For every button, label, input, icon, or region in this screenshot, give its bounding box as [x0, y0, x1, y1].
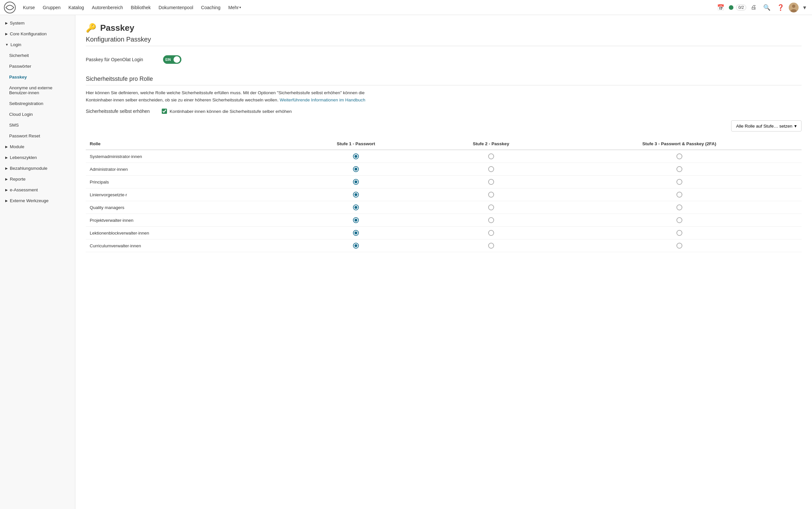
sidebar-item-selbst[interactable]: Selbstregistration: [0, 98, 75, 109]
radio-option[interactable]: [353, 204, 359, 210]
sidebar-item-passreset[interactable]: Passwort Reset: [0, 131, 75, 141]
radio-cell-s1[interactable]: [287, 150, 425, 163]
sidebar-group-externe[interactable]: ▶ Externe Werkzeuge: [0, 195, 75, 206]
nav-gruppen[interactable]: Gruppen: [40, 3, 64, 12]
arrow-icon: ▼: [5, 43, 8, 46]
search-icon[interactable]: 🔍: [761, 3, 772, 12]
nav-mehr[interactable]: Mehr▾: [225, 3, 244, 12]
radio-cell-s1[interactable]: [287, 176, 425, 189]
role-name: Systemadministrator·innen: [86, 150, 287, 163]
checkbox-wrap: Kontinhaber·innen können die Sicherheits…: [162, 109, 292, 114]
radio-option[interactable]: [488, 192, 494, 198]
arrow-icon: ▶: [5, 167, 8, 170]
radio-option[interactable]: [488, 243, 494, 249]
radio-option[interactable]: [677, 204, 682, 210]
sidebar-item-sicherheit[interactable]: Sicherheit: [0, 50, 75, 61]
nav-katalog[interactable]: Katalog: [65, 3, 87, 12]
radio-cell-s3[interactable]: [557, 176, 802, 189]
radio-option[interactable]: [353, 154, 359, 159]
radio-option[interactable]: [353, 217, 359, 223]
calendar-icon[interactable]: 📅: [715, 3, 726, 12]
radio-cell-s1[interactable]: [287, 239, 425, 252]
radio-option[interactable]: [677, 179, 682, 185]
sidebar-group-reporte[interactable]: ▶ Reporte: [0, 174, 75, 184]
sidebar-group-lebens[interactable]: ▶ Lebenszyklen: [0, 152, 75, 163]
sidebar-group-bezahl[interactable]: ▶ Bezahlungsmodule: [0, 163, 75, 174]
passkey-toggle[interactable]: EIN: [163, 55, 181, 64]
nav-kurse[interactable]: Kurse: [20, 3, 38, 12]
radio-cell-s1[interactable]: [287, 201, 425, 214]
radio-option[interactable]: [677, 230, 682, 236]
radio-cell-s2[interactable]: [425, 239, 557, 252]
sidebar-group-login[interactable]: ▼ Login: [0, 39, 75, 50]
sidebar-group-eassess[interactable]: ▶ e-Assessment: [0, 184, 75, 195]
task-badge[interactable]: 0/2: [736, 5, 746, 10]
sidebar-group-core[interactable]: ▶ Core Konfiguration: [0, 29, 75, 39]
arrow-icon: ▶: [5, 156, 8, 159]
radio-option[interactable]: [677, 166, 682, 172]
nav-bibliothek[interactable]: Bibliothek: [128, 3, 154, 12]
sidebar-item-anon[interactable]: Anonyme und externe Benutzer-innen: [0, 82, 75, 98]
radio-option[interactable]: [488, 217, 494, 223]
role-name: Administrator·innen: [86, 163, 287, 176]
sidebar-item-passkey[interactable]: Passkey: [0, 72, 75, 82]
radio-option[interactable]: [488, 154, 494, 159]
radio-cell-s3[interactable]: [557, 214, 802, 227]
dropdown-caret-icon: ▾: [794, 123, 797, 129]
radio-cell-s1[interactable]: [287, 227, 425, 239]
radio-option[interactable]: [353, 243, 359, 249]
security-level-checkbox[interactable]: [162, 109, 167, 114]
set-all-levels-button[interactable]: Alle Rolle auf Stufe… setzen ▾: [731, 121, 802, 132]
sidebar-item-sicherheit-label: Sicherheit: [9, 53, 29, 58]
logo[interactable]: [4, 2, 16, 13]
handbuch-link[interactable]: Weiterführende Informationen im Handbuch: [280, 98, 365, 102]
nav-autorenbereich[interactable]: Autorenbereich: [89, 3, 126, 12]
print-icon[interactable]: 🖨: [749, 3, 759, 12]
radio-cell-s2[interactable]: [425, 163, 557, 176]
sidebar-item-passwoerter[interactable]: Passwörter: [0, 61, 75, 72]
radio-cell-s2[interactable]: [425, 150, 557, 163]
nav-coaching[interactable]: Coaching: [198, 3, 224, 12]
radio-option[interactable]: [677, 217, 682, 223]
radio-cell-s2[interactable]: [425, 214, 557, 227]
radio-option[interactable]: [353, 166, 359, 172]
radio-option[interactable]: [677, 243, 682, 249]
radio-option[interactable]: [488, 179, 494, 185]
sidebar-group-module[interactable]: ▶ Module: [0, 141, 75, 152]
radio-cell-s2[interactable]: [425, 227, 557, 239]
sidebar-group-system[interactable]: ▶ System: [0, 18, 75, 29]
radio-option[interactable]: [677, 154, 682, 159]
help-icon[interactable]: ❓: [775, 3, 786, 12]
arrow-icon: ▶: [5, 145, 8, 148]
radio-option[interactable]: [488, 204, 494, 210]
sidebar-item-sms[interactable]: SMS: [0, 120, 75, 131]
top-navigation: Kurse Gruppen Katalog Autorenbereich Bib…: [0, 0, 812, 15]
radio-cell-s1[interactable]: [287, 189, 425, 201]
radio-cell-s1[interactable]: [287, 163, 425, 176]
sidebar-item-cloud[interactable]: Cloud Login: [0, 109, 75, 120]
security-level-checkbox-row: Sicherheitsstufe selbst erhöhen Kontinha…: [86, 109, 802, 114]
radio-option[interactable]: [488, 166, 494, 172]
radio-cell-s2[interactable]: [425, 201, 557, 214]
radio-cell-s2[interactable]: [425, 176, 557, 189]
role-name: Curriculumverwalter·innen: [86, 239, 287, 252]
avatar[interactable]: [789, 3, 799, 12]
radio-cell-s3[interactable]: [557, 239, 802, 252]
nav-dokumentenpool[interactable]: Dokumentenpool: [155, 3, 196, 12]
role-name: Quality managers: [86, 201, 287, 214]
radio-cell-s1[interactable]: [287, 214, 425, 227]
radio-option[interactable]: [488, 230, 494, 236]
radio-option[interactable]: [677, 192, 682, 198]
radio-cell-s3[interactable]: [557, 201, 802, 214]
radio-cell-s3[interactable]: [557, 163, 802, 176]
radio-option[interactable]: [353, 230, 359, 236]
radio-option[interactable]: [353, 179, 359, 185]
table-row: Principals: [86, 176, 802, 189]
radio-option[interactable]: [353, 192, 359, 198]
radio-cell-s3[interactable]: [557, 189, 802, 201]
radio-cell-s2[interactable]: [425, 189, 557, 201]
user-menu-dropdown[interactable]: ▾: [801, 3, 808, 12]
config-section-title: Konfiguration Passkey: [86, 36, 802, 46]
radio-cell-s3[interactable]: [557, 227, 802, 239]
radio-cell-s3[interactable]: [557, 150, 802, 163]
